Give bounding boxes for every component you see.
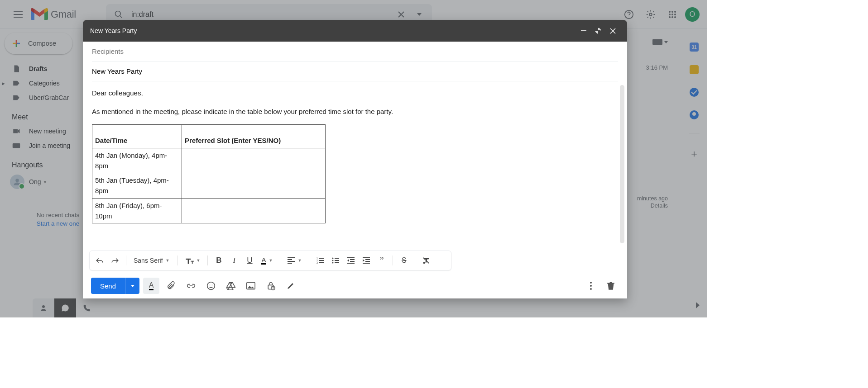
table-cell[interactable] [182, 198, 326, 223]
italic-icon: I [233, 256, 236, 265]
bulleted-list-button[interactable] [328, 253, 343, 268]
svg-rect-40 [350, 259, 355, 260]
svg-rect-23 [288, 257, 295, 258]
compose-window: New Years Party Recipients New Years Par… [83, 20, 627, 298]
svg-point-35 [332, 262, 334, 264]
bulleted-list-icon [332, 257, 339, 264]
compose-title: New Years Party [90, 27, 576, 34]
svg-rect-25 [288, 261, 295, 262]
restore-button[interactable] [591, 24, 605, 38]
body-scrollbar[interactable] [620, 85, 624, 243]
svg-rect-38 [335, 262, 339, 263]
send-options-button[interactable] [125, 278, 139, 294]
indent-more-button[interactable] [359, 253, 374, 268]
recipients-field[interactable]: Recipients [92, 42, 618, 62]
subject-field[interactable]: New Years Party [92, 62, 618, 81]
redo-button[interactable] [108, 253, 122, 268]
svg-point-54 [590, 285, 592, 287]
svg-point-34 [332, 260, 334, 261]
svg-rect-46 [363, 263, 370, 264]
insert-photo-button[interactable] [243, 278, 259, 294]
font-family-label: Sans Serif [134, 257, 163, 264]
caret-down-icon: ▼ [166, 258, 170, 263]
more-options-button[interactable] [583, 278, 599, 294]
svg-point-48 [210, 285, 211, 286]
table-row: 5th Jan (Tuesday), 4pm-8pm [92, 173, 326, 199]
table-cell: 8th Jan (Friday), 6pm-10pm [92, 198, 182, 223]
strikethrough-button[interactable]: S [397, 253, 411, 268]
svg-point-33 [332, 258, 334, 259]
close-icon [610, 28, 616, 34]
text-format-icon: A [149, 282, 154, 290]
table-cell: 4th Jan (Monday), 4pm-8pm [92, 148, 182, 173]
insert-link-button[interactable] [183, 278, 199, 294]
table-cell[interactable] [182, 173, 326, 199]
text-format-toggle[interactable]: A [143, 278, 159, 294]
caret-down-icon [131, 285, 134, 287]
underline-button[interactable]: U [242, 253, 257, 268]
bold-icon: B [216, 256, 221, 265]
underline-icon: U [247, 256, 252, 265]
svg-rect-43 [363, 257, 370, 258]
svg-rect-42 [347, 263, 355, 264]
strike-icon: S [402, 256, 407, 265]
send-button[interactable]: Send [91, 278, 125, 294]
compose-body[interactable]: Dear colleagues, As mentioned in the mee… [83, 81, 627, 251]
italic-button[interactable]: I [227, 253, 241, 268]
confidential-mode-button[interactable] [263, 278, 279, 294]
svg-rect-36 [335, 258, 339, 259]
outdent-icon [347, 257, 355, 264]
svg-point-55 [590, 288, 592, 290]
table-header: Date/Time [92, 124, 182, 148]
svg-point-47 [207, 282, 215, 290]
numbered-list-icon: 123 [317, 257, 324, 264]
svg-rect-39 [347, 257, 355, 258]
timeslot-table[interactable]: Date/Time Preferred Slot (Enter YES/NO) … [92, 124, 326, 224]
align-left-icon [288, 257, 295, 264]
close-compose-button[interactable] [605, 24, 620, 38]
indent-less-button[interactable] [344, 253, 358, 268]
table-row: 8th Jan (Friday), 6pm-10pm [92, 198, 326, 223]
attach-button[interactable] [163, 278, 179, 294]
insert-drive-button[interactable] [223, 278, 239, 294]
table-cell: 5th Jan (Tuesday), 4pm-8pm [92, 173, 182, 199]
table-cell[interactable] [182, 148, 326, 173]
minimize-icon [581, 30, 586, 31]
svg-point-49 [212, 285, 213, 286]
quote-button[interactable]: ” [374, 253, 389, 268]
numbered-list-button[interactable]: 123 [313, 253, 327, 268]
text-color-icon: A [261, 256, 266, 265]
svg-rect-26 [288, 263, 292, 264]
insert-signature-button[interactable] [283, 278, 299, 294]
more-vert-icon [590, 282, 592, 290]
bold-button[interactable]: B [211, 253, 226, 268]
undo-icon [96, 257, 104, 264]
table-header: Preferred Slot (Enter YES/NO) [182, 124, 326, 148]
font-size-button[interactable]: ▼ [181, 253, 204, 268]
svg-rect-24 [288, 259, 292, 260]
indent-icon [363, 257, 370, 264]
svg-text:3: 3 [317, 261, 318, 264]
align-button[interactable]: ▼ [284, 253, 305, 268]
redo-icon [111, 257, 119, 264]
image-icon [246, 282, 255, 290]
quote-icon: ” [380, 258, 384, 263]
minimize-button[interactable] [576, 24, 591, 38]
text-color-button[interactable]: A▼ [258, 253, 276, 268]
font-family-button[interactable]: Sans Serif ▼ [130, 253, 173, 268]
pen-icon [287, 282, 295, 290]
discard-draft-button[interactable] [603, 278, 619, 294]
lock-clock-icon [266, 281, 275, 290]
text-size-icon [185, 257, 194, 264]
svg-rect-27 [319, 258, 324, 259]
body-line: As mentioned in the meeting, please indi… [92, 106, 618, 117]
svg-rect-28 [319, 260, 324, 261]
compose-titlebar: New Years Party [83, 20, 627, 42]
send-button-group: Send [91, 278, 139, 294]
emoji-icon [206, 281, 216, 290]
insert-emoji-button[interactable] [203, 278, 219, 294]
remove-formatting-button[interactable] [419, 253, 433, 268]
svg-point-53 [590, 282, 592, 284]
svg-rect-45 [365, 261, 370, 262]
undo-button[interactable] [92, 253, 107, 268]
